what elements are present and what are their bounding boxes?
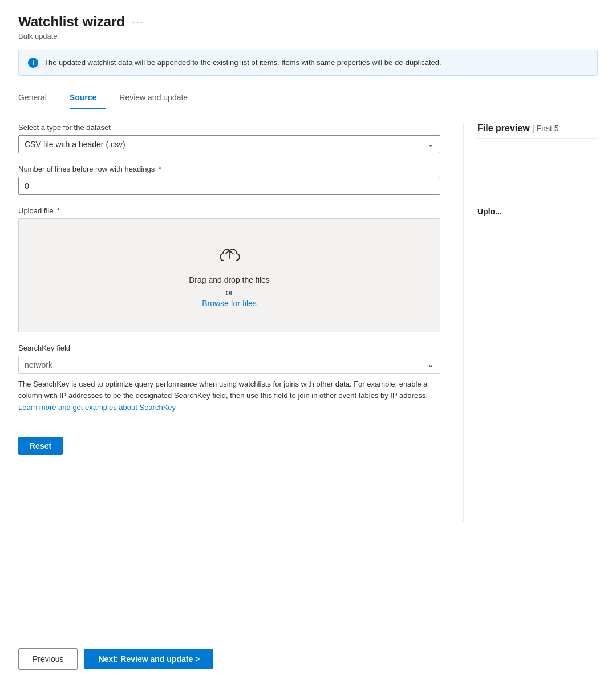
dataset-type-select-wrapper: CSV file with a header (.csv) CSV file w… <box>18 135 440 153</box>
tab-general[interactable]: General <box>18 87 56 109</box>
info-icon: i <box>28 58 38 68</box>
upload-or-text: or <box>226 286 233 299</box>
searchkey-select-wrapper: network ⌄ <box>18 356 440 374</box>
upload-required-star: * <box>55 206 60 215</box>
searchkey-select[interactable]: network <box>18 356 440 374</box>
tabs-row: General Source Review and update <box>18 87 598 109</box>
tab-source[interactable]: Source <box>70 87 106 109</box>
dataset-type-label: Select a type for the dataset <box>18 123 440 132</box>
footer-bar: Previous Next: Review and update > <box>0 639 616 679</box>
reset-button[interactable]: Reset <box>18 437 63 455</box>
upload-prompt-label: Uplo... <box>477 207 598 216</box>
searchkey-description: The SearchKey is used to optimize query … <box>18 379 440 414</box>
searchkey-group: SearchKey field network ⌄ The SearchKey … <box>18 344 440 414</box>
browse-for-files-link[interactable]: Browse for files <box>202 299 257 308</box>
upload-dropzone[interactable]: Drag and drop the files or Browse for fi… <box>18 218 440 332</box>
next-button[interactable]: Next: Review and update > <box>84 649 213 669</box>
file-preview-suffix: | First 5 <box>532 124 558 133</box>
left-panel: Select a type for the dataset CSV file w… <box>18 123 463 522</box>
file-preview-title: File preview | First 5 <box>477 123 598 133</box>
upload-cloud-icon <box>216 242 243 267</box>
ellipsis-menu-icon[interactable]: ··· <box>132 16 144 28</box>
info-banner-text: The updated watchlist data will be appen… <box>44 57 441 68</box>
dataset-type-group: Select a type for the dataset CSV file w… <box>18 123 440 153</box>
searchkey-learn-more-link[interactable]: Learn more and get examples about Search… <box>18 403 176 412</box>
previous-button[interactable]: Previous <box>18 648 78 670</box>
right-panel: File preview | First 5 Uplo... <box>463 123 598 522</box>
preview-divider <box>477 138 598 139</box>
upload-drag-text: Drag and drop the files <box>189 274 270 286</box>
content-area: Select a type for the dataset CSV file w… <box>18 123 598 522</box>
tab-review[interactable]: Review and update <box>119 87 197 109</box>
upload-file-group: Upload file * Drag and drop the files or <box>18 206 440 332</box>
dataset-type-select[interactable]: CSV file with a header (.csv) CSV file w… <box>18 135 440 153</box>
lines-before-label: Number of lines before row with headings… <box>18 165 440 173</box>
page-subtitle: Bulk update <box>18 32 598 40</box>
lines-before-group: Number of lines before row with headings… <box>18 165 440 195</box>
page-title: Watchlist wizard <box>18 14 125 30</box>
lines-before-required-star: * <box>156 165 161 173</box>
info-banner: i The updated watchlist data will be app… <box>18 50 598 76</box>
lines-before-input[interactable] <box>18 177 440 195</box>
upload-file-label: Upload file * <box>18 206 440 215</box>
searchkey-label: SearchKey field <box>18 344 440 352</box>
